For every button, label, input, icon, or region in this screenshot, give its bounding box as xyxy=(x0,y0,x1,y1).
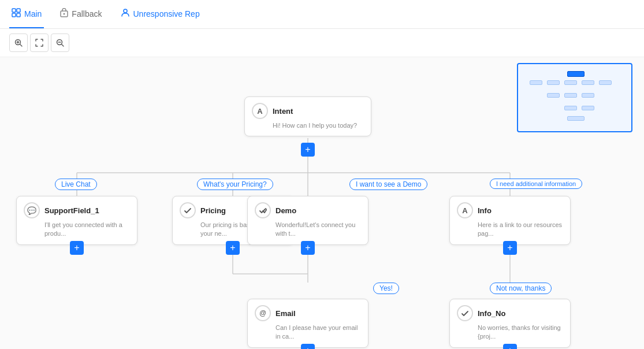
svg-line-12 xyxy=(62,44,64,47)
zoom-in-button[interactable] xyxy=(9,34,28,52)
toolbar xyxy=(0,29,644,57)
info-no-plus-button[interactable]: + xyxy=(503,344,517,349)
svg-line-8 xyxy=(20,44,23,47)
info-icon: A xyxy=(457,202,473,218)
live-chat-label: Live Chat xyxy=(55,179,97,190)
info-no-icon xyxy=(457,305,473,321)
tab-main[interactable]: Main xyxy=(9,0,44,28)
tab-unresponsive-label: Unresponsive Rep xyxy=(133,9,200,18)
more-info-label: I need additional information xyxy=(490,179,582,189)
header: Main Fallback Unresponsive Rep xyxy=(0,0,644,29)
svg-point-5 xyxy=(64,13,65,14)
minimap xyxy=(517,63,632,132)
svg-rect-0 xyxy=(12,9,16,12)
info-title: Info xyxy=(478,206,492,215)
demo-icon xyxy=(255,202,271,218)
pricing-icon xyxy=(180,202,196,218)
demo-plus-button[interactable]: + xyxy=(301,241,315,255)
email-title: Email xyxy=(276,309,296,318)
support-node[interactable]: 💬 SupportField_1 I'll get you connected … xyxy=(16,196,137,245)
support-title: SupportField_1 xyxy=(44,206,99,215)
support-plus-button[interactable]: + xyxy=(70,241,84,255)
demo-title: Demo xyxy=(276,206,296,215)
info-node[interactable]: A Info Here is a link to our resources p… xyxy=(449,196,571,245)
tab-fallback[interactable]: Fallback xyxy=(58,0,104,28)
demo-node[interactable]: Demo Wonderful!Let's connect you with t.… xyxy=(247,196,368,245)
email-icon: @ xyxy=(255,305,271,321)
canvas: A Intent Hi! How can I help you today? +… xyxy=(0,57,644,349)
demo-label: I want to see a Demo xyxy=(349,179,427,190)
intent-node[interactable]: A Intent Hi! How can I help you today? xyxy=(244,96,371,136)
pricing-label: What's your Pricing? xyxy=(197,179,273,190)
tab-unresponsive[interactable]: Unresponsive Rep xyxy=(118,0,202,28)
main-icon xyxy=(12,8,21,20)
info-plus-button[interactable]: + xyxy=(503,241,517,255)
svg-point-6 xyxy=(124,9,127,13)
unresponsive-icon xyxy=(121,8,130,20)
intent-title: Intent xyxy=(273,107,293,116)
intent-icon: A xyxy=(252,103,268,119)
zoom-out-button[interactable] xyxy=(51,34,69,52)
info-text: Here is a link to our resources pag... xyxy=(478,221,563,239)
tab-main-label: Main xyxy=(24,9,42,18)
svg-rect-3 xyxy=(17,13,20,17)
yes-label: Yes! xyxy=(373,283,399,294)
svg-rect-2 xyxy=(12,13,16,17)
info-no-node[interactable]: Info_No No worries, thanks for visiting … xyxy=(449,299,571,348)
pricing-title: Pricing xyxy=(200,206,226,215)
support-icon: 💬 xyxy=(24,202,40,218)
info-no-text: No worries, thanks for visiting {proj... xyxy=(478,324,563,341)
svg-rect-1 xyxy=(17,9,20,12)
intent-text: Hi! How can I help you today? xyxy=(273,121,364,130)
email-node[interactable]: @ Email Can I please have your email in … xyxy=(247,299,368,348)
demo-text: Wonderful!Let's connect you with t... xyxy=(276,221,361,239)
support-text: I'll get you connected with a produ... xyxy=(44,221,130,239)
fallback-icon xyxy=(60,8,68,20)
not-now-label: Not now, thanks xyxy=(490,283,552,294)
pricing-plus-button[interactable]: + xyxy=(226,241,240,255)
email-plus-button[interactable]: + xyxy=(301,344,315,349)
email-text: Can I please have your email in ca... xyxy=(276,324,361,341)
fit-button[interactable] xyxy=(30,34,49,52)
info-no-title: Info_No xyxy=(478,309,505,318)
intent-plus-button[interactable]: + xyxy=(301,143,315,157)
tab-fallback-label: Fallback xyxy=(72,9,102,18)
